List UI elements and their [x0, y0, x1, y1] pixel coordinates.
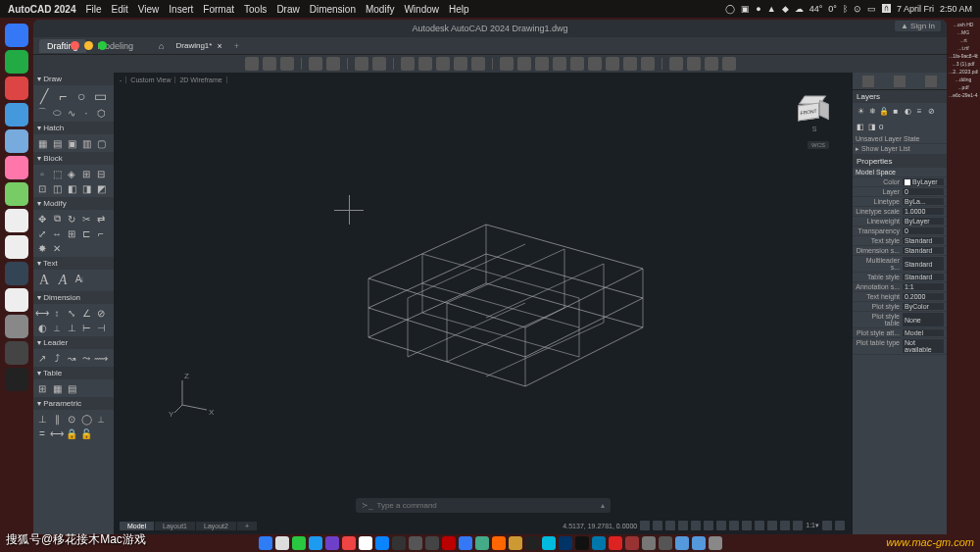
appstore-icon[interactable] [375, 536, 389, 550]
panel-icon[interactable] [894, 75, 906, 87]
app-icon[interactable] [592, 536, 606, 550]
menu-edit[interactable]: Edit [112, 4, 128, 15]
menu-dimension[interactable]: Dimension [310, 4, 356, 15]
show-layer-list[interactable]: ▸ Show Layer List [856, 145, 944, 153]
layer-icon[interactable]: ⊘ [926, 106, 936, 116]
otrack-icon[interactable] [704, 521, 713, 530]
leader-tool[interactable]: ⤳ [79, 351, 93, 365]
viewport-style[interactable]: 2D Wireframe [179, 76, 226, 83]
leader-tool[interactable]: ⤴ [50, 351, 64, 365]
block-tool[interactable]: ◨ [79, 181, 93, 195]
app-icon[interactable] [5, 315, 28, 338]
settings-icon[interactable] [835, 521, 845, 530]
param-tool[interactable]: 🔓 [79, 427, 93, 440]
app-name[interactable]: AutoCAD 2024 [8, 4, 75, 15]
prop-value[interactable]: Model [903, 329, 944, 336]
tool-icon[interactable] [517, 57, 531, 71]
folder-icon[interactable] [692, 536, 706, 550]
desktop-file[interactable]: ...2...2023.pdf [949, 69, 978, 75]
status-icon[interactable]: ☁ [795, 4, 804, 14]
ellipse-tool[interactable]: ⬭ [50, 106, 64, 120]
explode-tool[interactable]: ✸ [35, 241, 49, 255]
battery-icon[interactable]: ▭ [867, 4, 876, 14]
status-icon[interactable] [755, 521, 764, 530]
layer-freeze-icon[interactable]: ❄ [867, 106, 877, 116]
arc-tool[interactable]: ⌒ [35, 106, 49, 120]
dim-tool[interactable]: ◐ [35, 321, 49, 334]
dyn-icon[interactable] [716, 521, 726, 530]
param-tool[interactable]: ◯ [79, 412, 93, 426]
mirror-tool[interactable]: ⇄ [94, 212, 108, 226]
layers-title[interactable]: Layers [853, 90, 947, 103]
status-icon[interactable] [767, 521, 777, 530]
prop-value[interactable]: 0 [903, 227, 944, 234]
dim-tool[interactable]: ⟂ [50, 321, 64, 334]
section-hatch[interactable]: Hatch [33, 122, 114, 134]
tool-icon[interactable] [500, 57, 514, 71]
gradient-tool[interactable]: ▤ [50, 136, 64, 150]
app-icon[interactable] [659, 536, 672, 550]
dim-tool[interactable]: ⊘ [94, 306, 108, 320]
viewcube-front[interactable]: FRONT [798, 102, 819, 121]
calendar-icon[interactable] [359, 536, 372, 550]
leader-tool[interactable]: ↗ [35, 351, 49, 365]
folder-icon[interactable] [5, 129, 28, 153]
lang-icon[interactable]: 🅰 [882, 4, 891, 14]
add-layout-button[interactable]: + [237, 522, 257, 530]
sign-in-button[interactable]: ▲ Sign In [895, 21, 941, 31]
doc-icon[interactable] [5, 288, 28, 312]
section-modify[interactable]: Modify [33, 197, 114, 210]
redo-icon[interactable] [372, 57, 386, 71]
home-icon[interactable]: ⌂ [159, 41, 164, 51]
section-draw[interactable]: Draw [33, 73, 114, 85]
minimize-button[interactable] [84, 41, 93, 50]
prop-value[interactable]: Standard [903, 274, 944, 280]
viewport-view[interactable]: Custom View [130, 76, 175, 83]
polyline-tool[interactable]: ⌐ [54, 87, 72, 105]
hatch-tool[interactable]: ▦ [35, 136, 49, 150]
temp-1[interactable]: 44° [809, 4, 823, 14]
param-tool[interactable]: ∥ [50, 412, 64, 426]
prop-value[interactable]: ByLayer [903, 178, 944, 185]
undo-icon[interactable] [355, 57, 368, 71]
prop-value[interactable]: 1:1 [903, 283, 944, 290]
app-icon[interactable] [5, 156, 28, 179]
app-icon[interactable] [475, 536, 489, 550]
desktop-file[interactable]: ...MG [949, 29, 978, 35]
layer-tool-icon[interactable]: ◧ [856, 122, 865, 131]
leader-tool[interactable]: ⟿ [94, 351, 108, 365]
panel-icon[interactable] [925, 75, 937, 87]
menu-file[interactable]: File [85, 4, 101, 15]
date[interactable]: 7 April Fri [897, 4, 934, 14]
point-tool[interactable]: · [79, 106, 93, 120]
dim-tool[interactable]: ⊥ [65, 321, 78, 334]
desktop-file[interactable]: ...dding [949, 76, 978, 82]
prop-value[interactable]: Standard [903, 247, 944, 254]
tool-icon[interactable] [535, 57, 549, 71]
unsaved-state[interactable]: Unsaved Layer State [856, 135, 944, 142]
tool-icon[interactable] [588, 57, 602, 71]
tool-icon[interactable] [418, 57, 432, 71]
trim-tool[interactable]: ✂ [79, 212, 93, 226]
section-table[interactable]: Table [33, 367, 114, 379]
viewcube-side[interactable] [819, 100, 829, 121]
ortho-icon[interactable] [665, 521, 675, 530]
viewport-control[interactable]: - [120, 76, 126, 83]
messages-icon[interactable] [292, 536, 306, 550]
autocad-icon[interactable] [625, 536, 639, 550]
param-tool[interactable]: 🔒 [65, 427, 78, 440]
layer-state-icon[interactable]: ☀ [856, 106, 865, 116]
section-text[interactable]: Text [33, 257, 114, 270]
add-tab-button[interactable]: + [234, 41, 239, 51]
qbit-icon[interactable] [459, 536, 472, 550]
app-icon[interactable] [559, 536, 572, 550]
tool-icon[interactable] [570, 57, 584, 71]
desktop-file[interactable]: ...rt [949, 37, 978, 43]
app-icon[interactable] [342, 536, 356, 550]
tool-icon[interactable] [623, 57, 637, 71]
desktop-file[interactable]: ...osh HD [949, 22, 978, 27]
doc-icon[interactable] [5, 209, 28, 232]
polar-icon[interactable] [678, 521, 688, 530]
menu-help[interactable]: Help [449, 4, 469, 15]
app-icon[interactable] [542, 536, 556, 550]
